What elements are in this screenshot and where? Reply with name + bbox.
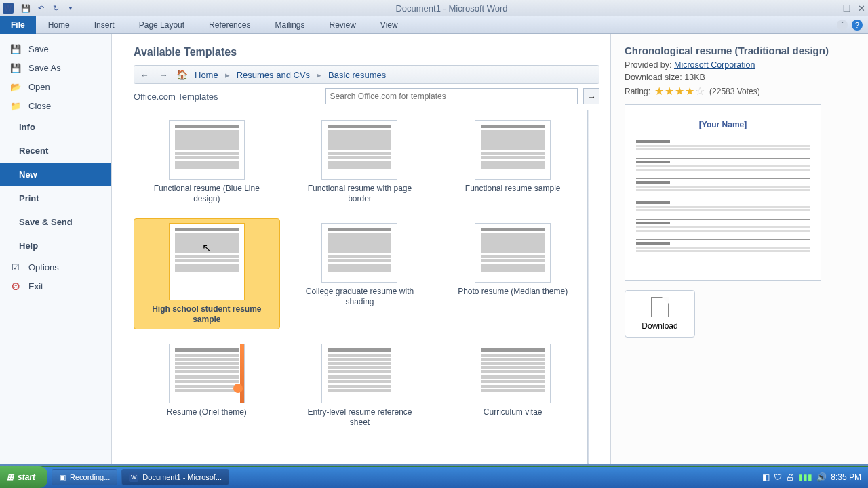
exit-icon: ⮿	[9, 281, 22, 291]
template-card[interactable]: Photo resume (Median theme)	[439, 218, 586, 329]
windows-taskbar: ⊞ start ▣ Recording... W Document1 - Mic…	[0, 466, 868, 488]
taskbar-item-recording[interactable]: ▣ Recording...	[52, 469, 117, 485]
sidebar-new[interactable]: New	[0, 163, 111, 186]
template-label: Functional resume with page border	[302, 184, 417, 204]
sidebar-save-as[interactable]: 💾Save As	[0, 58, 111, 77]
search-go-button[interactable]: →	[583, 88, 599, 104]
tab-page-layout[interactable]: Page Layout	[127, 16, 197, 34]
sidebar-info[interactable]: Info	[0, 115, 111, 139]
template-card[interactable]: Resume (Oriel theme)	[134, 339, 280, 432]
undo-icon[interactable]: ↶	[35, 3, 46, 14]
template-thumbnail	[169, 120, 245, 180]
template-thumbnail	[169, 344, 245, 403]
crumb-resumes[interactable]: Resumes and CVs	[237, 70, 310, 80]
tray-icon[interactable]: ◧	[762, 472, 770, 482]
sidebar-print[interactable]: Print	[0, 186, 111, 210]
sidebar-options[interactable]: ☑Options	[0, 258, 111, 277]
template-card-selected[interactable]: High school student resume sample	[134, 218, 280, 329]
system-tray: ◧ 🛡 🖨 ▮▮▮ 🔊 8:35 PM	[762, 472, 868, 482]
download-button[interactable]: Download	[625, 290, 695, 338]
crumb-home[interactable]: Home	[195, 70, 218, 80]
close-button[interactable]: ✕	[858, 3, 865, 14]
scrollbar-thumb[interactable]	[590, 115, 598, 210]
available-templates-heading: Available Templates	[134, 46, 599, 58]
backstage-sidebar: 💾Save 💾Save As 📂Open 📁Close Info Recent …	[0, 34, 112, 464]
close-file-icon: 📁	[9, 100, 22, 111]
star-rating-icon: ★★★★☆	[654, 85, 705, 98]
vote-count: (22583 Votes)	[709, 87, 760, 96]
sidebar-close[interactable]: 📁Close	[0, 96, 111, 115]
tray-icon[interactable]: 🖨	[786, 472, 794, 482]
save-icon[interactable]: 💾	[20, 3, 31, 14]
template-label: High school student resume sample	[149, 304, 264, 325]
tab-mailings[interactable]: Mailings	[262, 16, 317, 34]
sidebar-exit[interactable]: ⮿Exit	[0, 277, 111, 296]
nav-back-icon[interactable]: ←	[138, 70, 151, 80]
title-bar: W 💾 ↶ ↻ ▼ Document1 - Microsoft Word — ❐…	[0, 0, 868, 16]
sidebar-recent[interactable]: Recent	[0, 139, 111, 163]
preview-large-thumbnail: [Your Name]	[625, 104, 821, 281]
tab-view[interactable]: View	[368, 16, 410, 34]
tray-icon[interactable]: 🛡	[774, 472, 782, 482]
ribbon-minimize-icon[interactable]: ˇ	[837, 20, 848, 30]
search-input[interactable]	[326, 88, 578, 104]
template-thumbnail	[475, 223, 551, 283]
help-icon[interactable]: ?	[852, 20, 863, 30]
tab-file[interactable]: File	[0, 16, 36, 34]
chevron-right-icon: ▸	[317, 70, 321, 80]
tab-insert[interactable]: Insert	[82, 16, 127, 34]
sidebar-save-send[interactable]: Save & Send	[0, 210, 111, 234]
word-icon: W	[129, 472, 138, 482]
home-icon[interactable]: 🏠	[176, 69, 188, 80]
template-thumbnail	[475, 120, 551, 180]
template-card[interactable]: Functional resume (Blue Line design)	[134, 115, 280, 209]
template-card[interactable]: Curriculum vitae	[439, 339, 586, 432]
sidebar-help[interactable]: Help	[0, 234, 111, 258]
restore-button[interactable]: ❐	[843, 3, 851, 14]
crumb-basic[interactable]: Basic resumes	[328, 70, 386, 80]
preview-provider: Provided by: Microsoft Corporation	[625, 60, 854, 70]
template-label: College graduate resume with shading	[302, 287, 417, 307]
template-label: Photo resume (Median theme)	[458, 287, 568, 297]
window-title: Document1 - Microsoft Word	[76, 3, 827, 14]
nav-forward-icon[interactable]: →	[157, 70, 170, 80]
template-thumbnail	[321, 120, 397, 180]
template-card[interactable]: Functional resume with page border	[287, 115, 433, 209]
terminal-icon: ▣	[59, 473, 66, 482]
start-button[interactable]: ⊞ start	[0, 466, 47, 488]
sidebar-open[interactable]: 📂Open	[0, 77, 111, 96]
chevron-right-icon: ▸	[225, 70, 230, 80]
sidebar-save[interactable]: 💾Save	[0, 39, 111, 58]
redo-icon[interactable]: ↻	[50, 3, 61, 14]
document-icon	[651, 297, 669, 317]
qat-dropdown-icon[interactable]: ▼	[65, 3, 76, 14]
ribbon-tabs: File Home Insert Page Layout References …	[0, 16, 868, 34]
template-preview-panel: Chronological resume (Traditional design…	[610, 34, 868, 464]
options-icon: ☑	[9, 262, 22, 272]
quick-access-toolbar: W 💾 ↶ ↻ ▼	[3, 3, 76, 14]
template-thumbnail	[321, 344, 397, 403]
word-app-icon: W	[3, 3, 14, 14]
preview-your-name: [Your Name]	[636, 120, 810, 129]
template-label: Curriculum vitae	[484, 407, 542, 418]
save-disk-icon: 💾	[9, 43, 22, 54]
template-card[interactable]: Functional resume sample	[439, 115, 586, 209]
network-icon[interactable]: ▮▮▮	[798, 472, 812, 482]
taskbar-item-word[interactable]: W Document1 - Microsof...	[121, 469, 229, 485]
tab-review[interactable]: Review	[317, 16, 368, 34]
provider-link[interactable]: Microsoft Corporation	[674, 60, 755, 70]
preview-title: Chronological resume (Traditional design…	[625, 45, 854, 56]
save-as-icon: 💾	[9, 62, 22, 73]
tab-references[interactable]: References	[197, 16, 262, 34]
preview-size: Download size: 13KB	[625, 73, 854, 82]
template-label: Entry-level resume reference sheet	[302, 407, 417, 428]
clock[interactable]: 8:35 PM	[831, 472, 861, 482]
template-thumbnail	[169, 223, 245, 300]
minimize-button[interactable]: —	[827, 3, 836, 14]
template-card[interactable]: College graduate resume with shading	[287, 218, 433, 329]
template-card[interactable]: Entry-level resume reference sheet	[287, 339, 433, 432]
template-label: Functional resume sample	[465, 184, 561, 194]
folder-open-icon: 📂	[9, 81, 22, 92]
volume-icon[interactable]: 🔊	[816, 472, 827, 482]
tab-home[interactable]: Home	[36, 16, 82, 34]
